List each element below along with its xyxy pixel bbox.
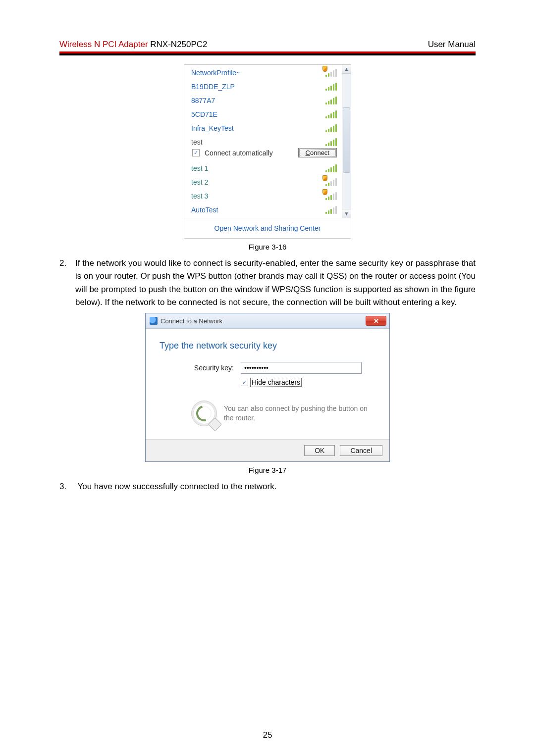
signal-strength-icon: [325, 164, 337, 172]
signal-strength-icon: [325, 83, 337, 91]
network-item[interactable]: 8877A7: [184, 94, 342, 107]
shield-icon: [322, 189, 327, 195]
scroll-thumb[interactable]: [343, 107, 350, 173]
header-accent: Wireless N PCI Adapter: [59, 40, 148, 49]
connect-auto-checkbox[interactable]: ✓: [192, 149, 200, 156]
close-button[interactable]: ✕: [366, 316, 386, 326]
signal-strength-icon: [325, 69, 337, 77]
signal-strength-icon: [325, 97, 337, 104]
scroll-up-arrow[interactable]: ▲: [342, 65, 351, 74]
scrollbar[interactable]: ▲ ▼: [342, 65, 351, 218]
network-name: B19DDE_ZLP: [191, 83, 322, 91]
dialog-button-bar: OK Cancel: [146, 439, 389, 461]
header-right: User Manual: [428, 40, 476, 50]
figure-caption-2: Figure 3-17: [59, 466, 476, 474]
connect-auto-label[interactable]: Connect automatically: [205, 149, 273, 157]
network-icon: [150, 317, 158, 325]
wifi-network-flyout: NetworkProfile~B19DDE_ZLP8877A75CD71EInf…: [184, 64, 351, 239]
connect-panel: ✓ Connect automatically Connect: [192, 148, 337, 157]
scroll-track[interactable]: [342, 74, 351, 209]
page-header: Wireless N PCI Adapter RNX-N250PC2 User …: [59, 40, 476, 51]
signal-strength-icon: [325, 192, 337, 200]
network-name: test: [191, 138, 322, 146]
network-name: test 3: [191, 192, 322, 200]
network-list: NetworkProfile~B19DDE_ZLP8877A75CD71EInf…: [184, 65, 342, 218]
flyout-footer: Open Network and Sharing Center: [184, 218, 351, 238]
signal-strength-icon: [325, 138, 337, 146]
network-name: Infra_KeyTest: [191, 124, 322, 132]
hide-characters-checkbox[interactable]: ✓: [241, 379, 248, 386]
hide-characters-label[interactable]: Hide characters: [250, 378, 302, 387]
network-item-selected[interactable]: test: [184, 135, 342, 147]
wps-hint-text: You can also connect by pushing the butt…: [224, 404, 375, 423]
scroll-down-arrow[interactable]: ▼: [342, 209, 351, 218]
network-item[interactable]: NetworkProfile~: [184, 66, 342, 80]
step-3-number: 3.: [59, 480, 75, 493]
header-black-line: [59, 53, 476, 55]
step-2-number: 2.: [59, 257, 75, 270]
step-3: 3. You have now successfully connected t…: [59, 480, 476, 493]
network-item[interactable]: test 1: [184, 161, 342, 175]
dialog-titlebar: Connect to a Network ✕: [146, 313, 389, 329]
step-3-text: You have now successfully connected to t…: [77, 482, 276, 491]
signal-strength-icon: [325, 110, 337, 118]
security-key-input[interactable]: [241, 362, 362, 374]
network-name: test 2: [191, 178, 322, 186]
ok-button[interactable]: OK: [304, 445, 335, 456]
signal-strength-icon: [325, 124, 337, 132]
network-name: test 1: [191, 164, 322, 172]
network-name: 5CD71E: [191, 110, 322, 118]
network-name: AutoTest: [191, 206, 322, 214]
network-item[interactable]: test 3: [184, 189, 342, 203]
header-model: RNX-N250PC2: [150, 40, 207, 49]
open-network-sharing-link[interactable]: Open Network and Sharing Center: [214, 224, 321, 232]
wps-router-icon: [191, 401, 217, 426]
network-item[interactable]: Infra_KeyTest: [184, 121, 342, 135]
signal-strength-icon: [325, 206, 337, 214]
cancel-button[interactable]: Cancel: [340, 445, 382, 456]
connect-network-dialog: Connect to a Network ✕ Type the network …: [145, 313, 390, 462]
connect-button[interactable]: Connect: [298, 148, 337, 157]
figure-caption-1: Figure 3-16: [59, 243, 476, 251]
network-name: NetworkProfile~: [191, 69, 322, 77]
signal-strength-icon: [325, 178, 337, 186]
network-item[interactable]: B19DDE_ZLP: [184, 80, 342, 94]
shield-icon: [322, 66, 327, 72]
step-2-text: If the network you would like to connect…: [75, 257, 476, 309]
network-name: 8877A7: [191, 97, 322, 104]
network-item[interactable]: AutoTest: [184, 203, 342, 217]
step-2: 2. If the network you would like to conn…: [59, 257, 476, 309]
dialog-title: Connect to a Network: [160, 317, 366, 325]
shield-icon: [322, 175, 327, 181]
security-key-label: Security key:: [160, 364, 241, 372]
page-number: 25: [0, 730, 535, 740]
network-item[interactable]: 5CD71E: [184, 107, 342, 121]
network-item[interactable]: test 2: [184, 175, 342, 189]
dialog-heading: Type the network security key: [160, 341, 375, 351]
